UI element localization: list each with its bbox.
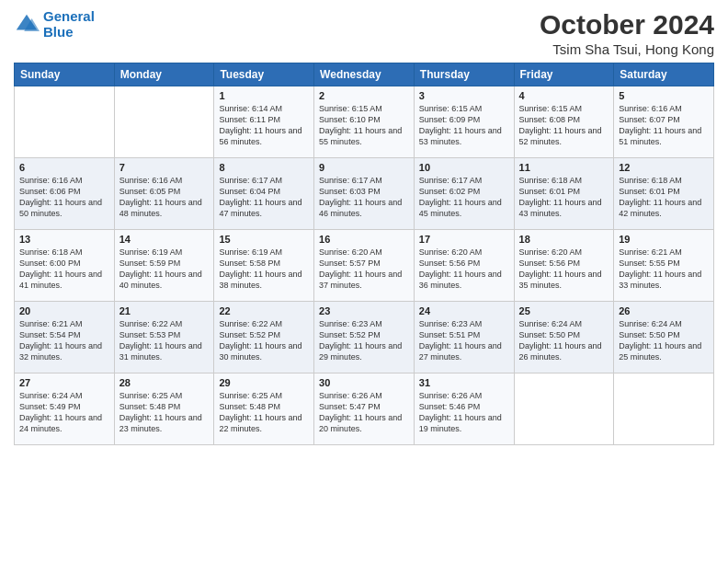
day-number: 31 bbox=[419, 377, 509, 388]
day-info: Sunrise: 6:17 AMSunset: 6:03 PMDaylight:… bbox=[319, 175, 409, 220]
day-info: Sunrise: 6:22 AMSunset: 5:53 PMDaylight:… bbox=[119, 318, 210, 363]
day-info: Sunrise: 6:14 AMSunset: 6:11 PMDaylight:… bbox=[219, 103, 309, 148]
day-info: Sunrise: 6:20 AMSunset: 5:57 PMDaylight:… bbox=[319, 247, 409, 292]
day-number: 22 bbox=[219, 305, 309, 316]
day-cell bbox=[15, 86, 115, 158]
day-number: 30 bbox=[319, 377, 409, 388]
day-cell: 25Sunrise: 6:24 AMSunset: 5:50 PMDayligh… bbox=[514, 302, 614, 373]
day-cell: 16Sunrise: 6:20 AMSunset: 5:57 PMDayligh… bbox=[314, 230, 415, 302]
day-info: Sunrise: 6:24 AMSunset: 5:49 PMDaylight:… bbox=[19, 390, 109, 435]
day-cell: 9Sunrise: 6:17 AMSunset: 6:03 PMDaylight… bbox=[314, 158, 415, 230]
day-cell: 21Sunrise: 6:22 AMSunset: 5:53 PMDayligh… bbox=[114, 302, 214, 373]
day-number: 12 bbox=[619, 162, 709, 173]
day-cell: 11Sunrise: 6:18 AMSunset: 6:01 PMDayligh… bbox=[514, 158, 614, 230]
weekday-header-wednesday: Wednesday bbox=[314, 63, 415, 86]
week-row-3: 13Sunrise: 6:18 AMSunset: 6:00 PMDayligh… bbox=[15, 230, 714, 302]
day-number: 19 bbox=[619, 234, 709, 245]
calendar-table: SundayMondayTuesdayWednesdayThursdayFrid… bbox=[14, 63, 714, 445]
weekday-header-saturday: Saturday bbox=[614, 63, 714, 86]
day-info: Sunrise: 6:16 AMSunset: 6:06 PMDaylight:… bbox=[19, 175, 109, 220]
logo: General Blue bbox=[14, 9, 95, 40]
day-number: 16 bbox=[319, 234, 409, 245]
day-number: 11 bbox=[519, 162, 609, 173]
day-number: 1 bbox=[219, 90, 309, 101]
week-row-2: 6Sunrise: 6:16 AMSunset: 6:06 PMDaylight… bbox=[15, 158, 714, 230]
day-cell: 13Sunrise: 6:18 AMSunset: 6:00 PMDayligh… bbox=[15, 230, 115, 302]
day-number: 8 bbox=[219, 162, 309, 173]
page: General Blue October 2024 Tsim Sha Tsui,… bbox=[0, 0, 728, 563]
week-row-4: 20Sunrise: 6:21 AMSunset: 5:54 PMDayligh… bbox=[15, 302, 714, 373]
day-info: Sunrise: 6:16 AMSunset: 6:07 PMDaylight:… bbox=[619, 103, 709, 148]
day-cell: 4Sunrise: 6:15 AMSunset: 6:08 PMDaylight… bbox=[514, 86, 614, 158]
weekday-header-tuesday: Tuesday bbox=[214, 63, 314, 86]
day-cell: 5Sunrise: 6:16 AMSunset: 6:07 PMDaylight… bbox=[614, 86, 714, 158]
day-number: 21 bbox=[119, 305, 210, 316]
day-info: Sunrise: 6:26 AMSunset: 5:46 PMDaylight:… bbox=[419, 390, 509, 435]
month-title: October 2024 bbox=[540, 9, 714, 40]
day-info: Sunrise: 6:26 AMSunset: 5:47 PMDaylight:… bbox=[319, 390, 409, 435]
day-info: Sunrise: 6:15 AMSunset: 6:08 PMDaylight:… bbox=[519, 103, 609, 148]
day-number: 17 bbox=[419, 234, 509, 245]
day-cell: 22Sunrise: 6:22 AMSunset: 5:52 PMDayligh… bbox=[214, 302, 314, 373]
day-cell: 31Sunrise: 6:26 AMSunset: 5:46 PMDayligh… bbox=[414, 373, 514, 445]
logo-text: General Blue bbox=[43, 9, 95, 40]
day-number: 15 bbox=[219, 234, 309, 245]
day-number: 26 bbox=[619, 305, 709, 316]
day-cell: 6Sunrise: 6:16 AMSunset: 6:06 PMDaylight… bbox=[15, 158, 115, 230]
logo-icon bbox=[14, 12, 40, 38]
day-number: 13 bbox=[19, 234, 109, 245]
logo-general: General bbox=[43, 8, 95, 24]
day-number: 29 bbox=[219, 377, 309, 388]
day-info: Sunrise: 6:20 AMSunset: 5:56 PMDaylight:… bbox=[419, 247, 509, 292]
day-cell: 30Sunrise: 6:26 AMSunset: 5:47 PMDayligh… bbox=[314, 373, 415, 445]
day-cell: 2Sunrise: 6:15 AMSunset: 6:10 PMDaylight… bbox=[314, 86, 415, 158]
day-info: Sunrise: 6:15 AMSunset: 6:09 PMDaylight:… bbox=[419, 103, 509, 148]
day-info: Sunrise: 6:21 AMSunset: 5:54 PMDaylight:… bbox=[19, 318, 109, 363]
day-cell: 28Sunrise: 6:25 AMSunset: 5:48 PMDayligh… bbox=[114, 373, 214, 445]
day-cell bbox=[114, 86, 214, 158]
day-cell: 18Sunrise: 6:20 AMSunset: 5:56 PMDayligh… bbox=[514, 230, 614, 302]
day-cell: 29Sunrise: 6:25 AMSunset: 5:48 PMDayligh… bbox=[214, 373, 314, 445]
day-info: Sunrise: 6:17 AMSunset: 6:04 PMDaylight:… bbox=[219, 175, 309, 220]
day-info: Sunrise: 6:19 AMSunset: 5:59 PMDaylight:… bbox=[119, 247, 210, 292]
day-cell: 1Sunrise: 6:14 AMSunset: 6:11 PMDaylight… bbox=[214, 86, 314, 158]
day-info: Sunrise: 6:20 AMSunset: 5:56 PMDaylight:… bbox=[519, 247, 609, 292]
day-number: 9 bbox=[319, 162, 409, 173]
day-info: Sunrise: 6:16 AMSunset: 6:05 PMDaylight:… bbox=[119, 175, 210, 220]
title-block: October 2024 Tsim Sha Tsui, Hong Kong bbox=[540, 9, 714, 57]
day-number: 2 bbox=[319, 90, 409, 101]
day-info: Sunrise: 6:24 AMSunset: 5:50 PMDaylight:… bbox=[519, 318, 609, 363]
weekday-header-monday: Monday bbox=[114, 63, 214, 86]
day-cell: 20Sunrise: 6:21 AMSunset: 5:54 PMDayligh… bbox=[15, 302, 115, 373]
weekday-header-sunday: Sunday bbox=[15, 63, 115, 86]
day-info: Sunrise: 6:15 AMSunset: 6:10 PMDaylight:… bbox=[319, 103, 409, 148]
day-number: 24 bbox=[419, 305, 509, 316]
day-number: 18 bbox=[519, 234, 609, 245]
day-number: 28 bbox=[119, 377, 210, 388]
day-number: 6 bbox=[19, 162, 109, 173]
day-number: 5 bbox=[619, 90, 709, 101]
day-number: 10 bbox=[419, 162, 509, 173]
weekday-header-friday: Friday bbox=[514, 63, 614, 86]
day-cell: 7Sunrise: 6:16 AMSunset: 6:05 PMDaylight… bbox=[114, 158, 214, 230]
day-info: Sunrise: 6:23 AMSunset: 5:51 PMDaylight:… bbox=[419, 318, 509, 363]
day-number: 14 bbox=[119, 234, 210, 245]
day-info: Sunrise: 6:19 AMSunset: 5:58 PMDaylight:… bbox=[219, 247, 309, 292]
weekday-header-thursday: Thursday bbox=[414, 63, 514, 86]
day-cell bbox=[614, 373, 714, 445]
logo-blue: Blue bbox=[43, 24, 74, 40]
day-info: Sunrise: 6:25 AMSunset: 5:48 PMDaylight:… bbox=[219, 390, 309, 435]
day-cell: 3Sunrise: 6:15 AMSunset: 6:09 PMDaylight… bbox=[414, 86, 514, 158]
day-cell: 15Sunrise: 6:19 AMSunset: 5:58 PMDayligh… bbox=[214, 230, 314, 302]
weekday-header-row: SundayMondayTuesdayWednesdayThursdayFrid… bbox=[15, 63, 714, 86]
day-cell: 27Sunrise: 6:24 AMSunset: 5:49 PMDayligh… bbox=[15, 373, 115, 445]
day-cell: 8Sunrise: 6:17 AMSunset: 6:04 PMDaylight… bbox=[214, 158, 314, 230]
day-number: 7 bbox=[119, 162, 210, 173]
day-number: 23 bbox=[319, 305, 409, 316]
day-info: Sunrise: 6:18 AMSunset: 6:00 PMDaylight:… bbox=[19, 247, 109, 292]
day-info: Sunrise: 6:21 AMSunset: 5:55 PMDaylight:… bbox=[619, 247, 709, 292]
day-info: Sunrise: 6:25 AMSunset: 5:48 PMDaylight:… bbox=[119, 390, 210, 435]
day-number: 25 bbox=[519, 305, 609, 316]
day-cell: 12Sunrise: 6:18 AMSunset: 6:01 PMDayligh… bbox=[614, 158, 714, 230]
day-info: Sunrise: 6:22 AMSunset: 5:52 PMDaylight:… bbox=[219, 318, 309, 363]
